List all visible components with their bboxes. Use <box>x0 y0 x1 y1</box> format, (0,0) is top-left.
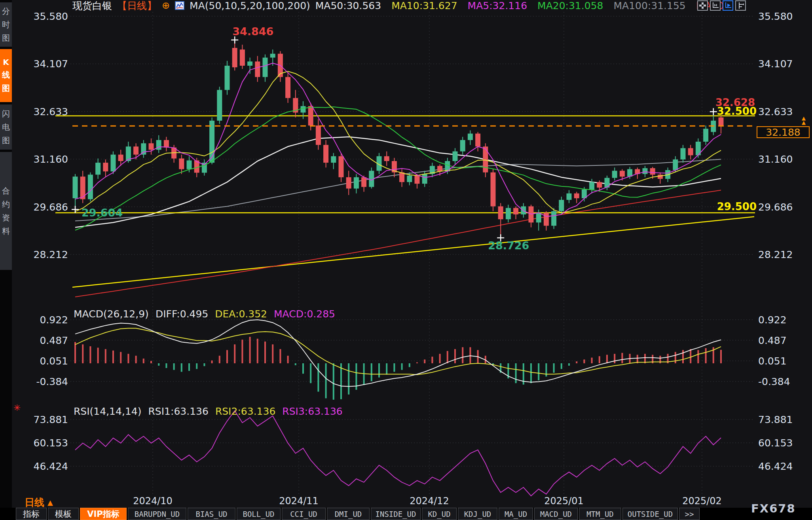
x-axis-label: 2025/01 <box>544 495 584 507</box>
y-axis-label: 28.212 <box>758 249 793 260</box>
macd-macd-value: MACD:0.285 <box>274 308 335 320</box>
footer-tab-DMI_UD[interactable]: DMI_UD <box>327 508 370 520</box>
macd-bar <box>97 348 99 363</box>
macd-bar <box>287 356 289 363</box>
ma-value: MA5:32.116 <box>468 0 527 11</box>
footer-tab-MA_UD[interactable]: MA_UD <box>499 508 533 520</box>
y-axis-label: 0.922 <box>40 314 68 326</box>
macd-bar <box>599 356 600 363</box>
macd-bar <box>211 361 213 363</box>
candle <box>460 137 465 155</box>
macd-bar <box>583 359 585 363</box>
macd-bar <box>568 363 570 366</box>
macd-bar <box>82 344 83 363</box>
trading-app-window: 35.58035.58034.10734.10732.63332.63331.1… <box>0 0 812 520</box>
price-pane[interactable] <box>55 36 755 297</box>
footer-tab-MACD_UD[interactable]: MACD_UD <box>534 508 578 520</box>
dea-line <box>75 328 721 375</box>
macd-bar <box>697 350 699 363</box>
candle <box>506 205 511 222</box>
sidebar-tab-char: 分 <box>2 6 10 17</box>
candle <box>278 51 283 82</box>
candle <box>498 203 503 238</box>
y-axis-label: 73.881 <box>34 414 68 425</box>
footer-tab-BOLL_UD[interactable]: BOLL_UD <box>237 508 281 520</box>
footer-tab-模板[interactable]: 模板 <box>48 508 79 520</box>
macd-bar <box>576 361 577 363</box>
macd-bar <box>188 363 190 371</box>
sidebar-tab-分时图[interactable]: 分时图 <box>0 2 12 47</box>
candle <box>133 143 138 159</box>
sidebar-tab-K线图[interactable]: K线图 <box>0 49 12 102</box>
candle <box>293 90 298 117</box>
macd-bar <box>720 350 722 363</box>
sidebar-tab-合约资料[interactable]: 合约资料 <box>0 152 12 270</box>
macd-bar <box>416 362 418 363</box>
crosshair-tool-icon[interactable] <box>697 0 708 11</box>
macd-bar <box>393 363 395 372</box>
macd-bar <box>173 363 175 370</box>
candle <box>544 211 549 231</box>
macd-bar <box>112 351 114 363</box>
footer-tab-INSIDE_UD[interactable]: INSIDE_UD <box>371 508 421 520</box>
trendline[interactable] <box>72 217 754 287</box>
candle <box>719 116 724 134</box>
macd-bar <box>310 363 311 383</box>
candle <box>612 167 617 180</box>
macd-title: MACD(26,12,9) <box>74 308 149 320</box>
macd-bar <box>363 363 365 385</box>
candle <box>574 192 579 203</box>
macd-pane[interactable] <box>74 320 722 401</box>
axis-play-icon-active[interactable] <box>723 0 733 11</box>
candle <box>589 179 594 194</box>
sidebar-tab-闪电图[interactable]: 闪电图 <box>0 104 12 150</box>
macd-bar <box>462 347 463 363</box>
swing-marker <box>710 108 717 115</box>
candle <box>316 119 321 150</box>
footer-tab-more[interactable]: >> <box>679 508 700 520</box>
footer-tab-指标[interactable]: 指标 <box>16 508 47 520</box>
footer-tab-VIP指标[interactable]: VIP指标 <box>80 508 127 520</box>
sidebar-tab-char: 图 <box>2 135 10 146</box>
candle <box>339 153 344 182</box>
rsi-pane[interactable] <box>75 411 721 496</box>
macd-bar <box>690 349 691 363</box>
candle <box>703 125 708 145</box>
chart-canvas[interactable]: 35.58035.58034.10734.10732.63332.63331.1… <box>0 0 812 520</box>
add-overlay-icon[interactable]: ⊕ <box>162 1 170 10</box>
macd-bar <box>621 353 623 363</box>
indicator-tab-bar: 指标模板VIP指标BARUPDN_UDBIAS_UDBOLL_UDCCI_UDD… <box>0 508 812 520</box>
y-axis-label: 31.160 <box>34 154 68 165</box>
axis-scale-icon[interactable] <box>710 0 721 11</box>
macd-bar <box>158 363 159 366</box>
y-axis-label: 60.153 <box>758 437 793 449</box>
footer-tab-KDJ_UD[interactable]: KDJ_UD <box>458 508 497 520</box>
macd-bar <box>333 363 334 401</box>
macd-bar <box>606 355 608 363</box>
price-axis-icon[interactable] <box>735 0 746 11</box>
x-axis-label: 2024/11 <box>279 495 319 507</box>
macd-bar <box>401 363 403 370</box>
y-axis-label: -0.384 <box>36 376 68 387</box>
period-selector-label: 日线 <box>25 496 44 509</box>
footer-tab-BARUPDN_UD[interactable]: BARUPDN_UD <box>128 508 186 520</box>
period-selector[interactable]: 日线 ▲ <box>25 496 53 509</box>
macd-bar <box>447 351 448 363</box>
candle <box>346 171 351 195</box>
candle <box>263 54 268 82</box>
macd-bar <box>515 363 517 383</box>
macd-bar <box>150 361 152 363</box>
footer-tab-KD_UD[interactable]: KD_UD <box>422 508 457 520</box>
macd-bar <box>371 363 372 381</box>
footer-tab-CCI_UD[interactable]: CCI_UD <box>282 508 326 520</box>
y-axis-label: -0.384 <box>758 376 790 387</box>
candle <box>247 58 252 74</box>
footer-tab-OUTSIDE_UD[interactable]: OUTSIDE_UD <box>622 508 678 520</box>
macd-bar <box>196 363 197 369</box>
candle <box>164 137 169 152</box>
mini-chart-icon[interactable] <box>175 1 184 10</box>
footer-tab-MTM_UD[interactable]: MTM_UD <box>579 508 621 520</box>
footer-tab-BIAS_UD[interactable]: BIAS_UD <box>188 508 235 520</box>
macd-bar <box>325 363 327 398</box>
rsi-title: RSI(14,14,14) <box>74 406 141 417</box>
